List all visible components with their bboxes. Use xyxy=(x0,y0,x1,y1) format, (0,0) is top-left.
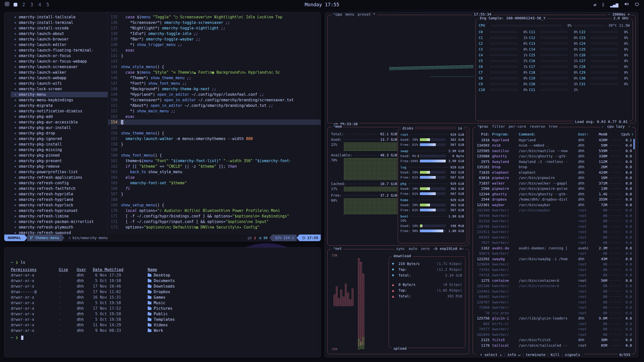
file-item[interactable]: ✱ omarchy-refresh-config xyxy=(11,180,108,186)
file-item[interactable]: ✱ omarchy-refresh-limine xyxy=(11,213,108,219)
screencast-icon[interactable]: ⇄ xyxy=(594,2,596,7)
file-item[interactable]: ✱ omarchy-install-terminal xyxy=(11,20,108,25)
process-row[interactable]: 134565 nvim nvim --embed . dhh 59M 0.0 xyxy=(475,143,633,148)
file-item[interactable]: ✱ omarchy-pkg-drop xyxy=(11,130,108,136)
process-row[interactable]: 2125 fcitx5 /usr/bin/fcitx5 dhh 30M 0.0 xyxy=(475,337,633,343)
process-row[interactable]: 125505 nautilus /usr/bin/nautilus --new … xyxy=(475,148,633,154)
shell-terminal-window[interactable]: ~ ❯ ls Permissions Size User Date Modifi… xyxy=(4,247,321,357)
file-item[interactable]: ✱ omarchy-pkg-pinned xyxy=(11,153,108,158)
process-header-row[interactable]: Pid: Program: Command: User: MemB Cpu% ↑ xyxy=(475,131,633,137)
process-row[interactable]: 128706 kworker/ root 0B 0.0 xyxy=(475,224,633,229)
file-item[interactable]: ✱ omarchy-pkg-aur-accessible xyxy=(11,119,108,125)
proc-scrollbar[interactable] xyxy=(633,139,635,149)
file-item[interactable]: ✱ omarchy-pkg-present xyxy=(11,158,108,164)
stats-icon[interactable]: ▂▄▆ xyxy=(610,2,618,7)
file-item[interactable]: ✱ omarchy-refresh-hyprsunset xyxy=(11,208,108,213)
file-item[interactable]: ✱ omarchy-launch-browser xyxy=(11,36,108,42)
process-row[interactable]: 125756 glycin-i /usr/lib/glycin-loaders … xyxy=(475,316,633,321)
nvim-file-list[interactable]: ✱ omarchy-install-tailscale ✱ omarchy-in… xyxy=(4,12,108,235)
process-row[interactable]: 131911 kworker/ root 0B 0.0 xyxy=(475,229,633,235)
file-item[interactable]: ✱ omarchy-launch-walker xyxy=(11,70,108,75)
file-item[interactable]: ✱ omarchy-pkg-aur-install xyxy=(11,125,108,130)
proc-footer-action[interactable]: signals xyxy=(562,353,583,357)
tree-toggle[interactable]: tree xyxy=(549,124,557,128)
file-item[interactable]: ✱ omarchy-menu xyxy=(11,92,108,97)
file-item[interactable]: ✱ omarchy-refresh-pacman-mirrorlist xyxy=(11,219,108,224)
file-item[interactable]: ✱ omarchy-refresh-swayosd xyxy=(11,230,108,235)
process-row[interactable]: 74733 kworker/ root 0B 0.0 xyxy=(475,273,633,278)
process-row[interactable]: 76577 kworker/ root 0B 0.0 xyxy=(475,327,633,332)
process-row[interactable]: 73703 kworker/ root 0B 0.0 xyxy=(475,267,633,273)
process-row[interactable]: 122301 waybar /usr/bin/waybar dhh 72M 0.… xyxy=(475,202,633,208)
process-row[interactable]: 2544 dropbox /home/dhh/.dropbox-dist dhh… xyxy=(475,197,633,202)
process-row[interactable]: 71837 walker /usr/bin/walker --gappl dhh… xyxy=(475,180,633,186)
process-row[interactable]: 7627 kworker/ root 0B 0.0 xyxy=(475,240,633,246)
file-item[interactable]: ✱ omarchy-refresh-hyprland xyxy=(11,197,108,202)
file-item[interactable]: ✱ omarchy-install-tailscale xyxy=(11,14,108,20)
file-item[interactable]: ✱ omarchy-launch-or-focus xyxy=(11,53,108,59)
file-item[interactable]: ✱ omarchy-menu-keybindings xyxy=(11,97,108,103)
process-row[interactable]: 1275 containe /usr/bin/containerd root 5… xyxy=(475,278,633,283)
file-item[interactable]: ✱ omarchy-refresh-applications xyxy=(11,175,108,180)
file-item[interactable]: ✱ omarchy-launch-screensaver xyxy=(11,64,108,70)
file-item[interactable]: ✱ omarchy-refresh-fastfetch xyxy=(11,186,108,191)
reverse-toggle[interactable]: reverse xyxy=(530,124,545,128)
workspace-button[interactable]: 5 xyxy=(46,2,50,7)
process-row[interactable]: 76 rcu_pree root 0B 0.0 xyxy=(475,310,633,316)
process-row[interactable]: 1162 avahi-da avahi-daemon: running [ av… xyxy=(475,245,633,251)
process-row[interactable]: 2506 pipewire /usr/bin/pipewire-pulse dh… xyxy=(475,186,633,192)
file-item[interactable]: ✱ omarchy-install-vscode xyxy=(11,25,108,31)
process-row[interactable]: 95673 kworker/ root 0B 0.0 xyxy=(475,251,633,256)
power-icon[interactable] xyxy=(634,2,639,8)
workspace-button[interactable]: 4 xyxy=(38,2,42,7)
file-item[interactable]: ✱ omarchy-pkg-install xyxy=(11,142,108,147)
file-item[interactable]: ✱ omarchy-launch-or-focus-webapp xyxy=(11,59,108,64)
process-row[interactable]: 122292 swaybg /usr/bin/swaybg -i /hom dh… xyxy=(475,256,633,262)
file-item[interactable]: ✱ omarchy-launch-editor xyxy=(11,42,108,48)
file-item[interactable]: ✱ omarchy-launch-about xyxy=(11,31,108,36)
file-item[interactable]: ✱ omarchy-launch-webapp xyxy=(11,75,108,81)
process-row[interactable]: 68402 kworker/ root 0B 0.0 xyxy=(475,294,633,300)
file-item[interactable]: ✱ omarchy-powerprofiles-list xyxy=(11,169,108,175)
file-item[interactable]: ✱ omarchy-refresh-hypridle xyxy=(11,191,108,197)
process-row[interactable]: 12244 ghostty /usr/bin/ghostty --gtk- dh… xyxy=(475,191,633,197)
file-item[interactable]: ✱ omarchy-pkg-add xyxy=(11,114,108,119)
file-item[interactable]: ✱ omarchy-launch-floating-terminal- xyxy=(11,48,108,53)
process-row[interactable]: 135162 btop btop dhh 26M 0.0 xyxy=(475,164,633,170)
tab-disks[interactable]: disks xyxy=(401,126,415,130)
process-row[interactable]: 94540 kworker/ root 0B 0.0 xyxy=(475,213,633,218)
process-row[interactable]: 128707 kworker/ root 0B 0.0 xyxy=(475,299,633,305)
process-row[interactable]: 1170 tailscal /usr/sbin/tailscaled -- ro… xyxy=(475,343,633,348)
process-row[interactable]: 142360 kworker/ /usr/bin/waybar root 0B … xyxy=(475,208,633,213)
workspace-button[interactable]: 3 xyxy=(30,2,33,7)
workspace-button[interactable] xyxy=(14,3,17,7)
net-interface[interactable]: ‹b enp191s0 n› xyxy=(433,247,464,251)
launcher-icon[interactable] xyxy=(5,2,10,8)
process-row[interactable]: 1916 Hyprland Hyprland dhh 426M 0.1 xyxy=(475,137,633,143)
proc-footer-action[interactable]: terminate xyxy=(523,353,548,357)
bluetooth-icon[interactable]: ᛒ xyxy=(602,2,605,7)
net-zero-toggle[interactable]: zero xyxy=(421,247,430,251)
process-row[interactable]: 63816 pipewire /usr/bin/pipewire dhh 16M… xyxy=(475,175,633,181)
file-item[interactable]: ✱ omarchy-refresh-plymouth xyxy=(11,224,108,230)
process-row[interactable]: 72088 kworker/ root 0B 0.0 xyxy=(475,305,633,310)
file-item[interactable]: ✱ omarchy-pkg-remove xyxy=(11,164,108,169)
file-item[interactable]: ✱ omarchy-pkg-ignored xyxy=(11,136,108,142)
process-row[interactable]: 68583 kworker/ root 0B 0.0 xyxy=(475,235,633,240)
file-item[interactable]: ✱ omarchy-launch-wifi xyxy=(11,81,108,86)
proc-footer-action[interactable]: ↑ select ↓ xyxy=(477,353,505,357)
per-core-toggle[interactable]: per-core xyxy=(509,124,526,128)
file-item[interactable]: ✱ omarchy-refresh-hyprlock xyxy=(11,202,108,208)
update-interval[interactable]: - 2000ms + xyxy=(607,12,631,16)
file-item[interactable]: ✱ omarchy-pkg-missing xyxy=(11,147,108,153)
process-row[interactable]: 102099 kworker/ root 0B 0.0 xyxy=(475,332,633,337)
file-item[interactable]: ✱ omarchy-migrate xyxy=(11,103,108,108)
process-row[interactable]: 71835 elephant elephant dhh 424M 0.0 xyxy=(475,170,633,175)
proc-footer-action[interactable]: Kill xyxy=(548,353,562,357)
process-row[interactable]: 129463 kworker/ root 0B 0.0 xyxy=(475,289,633,294)
nvim-code-buffer[interactable]: 135 case $(menu "Toggle" "▢ Screensaver\… xyxy=(108,12,321,235)
process-row[interactable]: 129004 kworker/ root 0B 0.0 xyxy=(475,262,633,267)
proc-footer-action[interactable]: info ↵ xyxy=(505,353,523,357)
process-row[interactable]: 803 btrfs-tr root 0B 0.0 xyxy=(475,321,633,327)
file-item[interactable]: ✱ omarchy-lock-screen xyxy=(11,86,108,92)
